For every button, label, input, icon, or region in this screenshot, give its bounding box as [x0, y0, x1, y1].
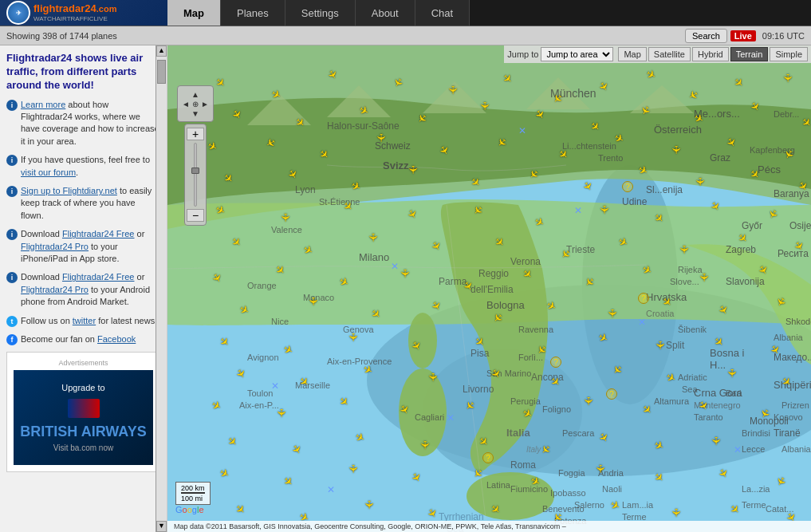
svg-text:Parma: Parma — [439, 276, 467, 287]
map-type-map-button[interactable]: Map — [618, 47, 646, 61]
pan-control[interactable]: ▲ ◄ ⊕ ► ▼ — [177, 85, 214, 122]
svg-text:Nice: Nice — [271, 317, 289, 326]
svg-text:Halon-sur-Saône: Halon-sur-Saône — [327, 120, 400, 132]
forum-link[interactable]: visit our forum — [21, 167, 76, 177]
advertisement: Advertisements Upgrade to BRITISH AIRWAY… — [6, 352, 160, 472]
svg-text:Zagreb: Zagreb — [726, 244, 756, 255]
svg-text:Šibenik: Šibenik — [678, 325, 707, 334]
svg-text:Montenegro: Montenegro — [694, 400, 741, 410]
sidebar-scrollbar: ▲ ▼ — [156, 45, 167, 532]
fr24-free-android-link[interactable]: Flightradar24 Free — [62, 272, 135, 282]
info-icon-2: i — [6, 155, 18, 166]
pan-w[interactable]: ◄ — [181, 99, 191, 108]
pan-ne — [200, 89, 210, 99]
svg-text:Trento: Trento — [598, 153, 623, 163]
info-icon-3: i — [6, 186, 18, 197]
pan-sw — [181, 108, 191, 118]
ad-upgrade-text: Upgrade to — [20, 383, 147, 392]
scroll-down-button[interactable]: ▼ — [156, 521, 167, 532]
pan-arrows: ▲ ◄ ⊕ ► ▼ — [181, 89, 210, 118]
zoom-track[interactable] — [194, 143, 197, 207]
svg-text:Svizz...: Svizz... — [383, 160, 417, 171]
logo-subtitle: WATCHAIRTRAFFICLIVE — [33, 15, 116, 22]
svg-text:dell'Emilia: dell'Emilia — [470, 284, 514, 295]
tab-planes[interactable]: Planes — [221, 0, 285, 26]
svg-text:Reggio: Reggio — [478, 268, 509, 279]
fr24-pro-android-link[interactable]: Flightradar24 Pro — [21, 285, 89, 294]
svg-text:Lecce: Lecce — [742, 444, 765, 454]
sidebar-text-3: Sign up to Flightdiary.net to easily kee… — [21, 185, 160, 222]
scale-bar: 200 km 100 mi — [175, 482, 211, 505]
map-type-satellite-button[interactable]: Satellite — [648, 47, 691, 61]
svg-text:Latina: Latina — [486, 480, 511, 490]
facebook-link[interactable]: Facebook — [97, 334, 136, 344]
sidebar-text-2: If you have questions, feel free to visi… — [21, 154, 160, 179]
tab-settings[interactable]: Settings — [285, 0, 356, 26]
info-icon-5: i — [6, 272, 18, 283]
svg-text:Rijeka: Rijeka — [678, 265, 703, 274]
svg-text:Debr...: Debr... — [774, 109, 799, 119]
learn-more-link[interactable]: Learn more — [21, 100, 65, 109]
sidebar-text-7: Become our fan on Facebook — [21, 333, 136, 345]
sidebar-item: f Become our fan on Facebook — [6, 333, 160, 345]
svg-text:Orange: Orange — [247, 281, 277, 290]
logo-radar: radar24 — [59, 2, 96, 14]
svg-text:La...zia: La...zia — [742, 484, 770, 494]
svg-text:Italy: Italy — [526, 445, 541, 454]
jump-to-select[interactable]: Jump to area — [541, 47, 613, 61]
map-type-terrain-button[interactable]: Terrain — [730, 47, 769, 61]
info-icon-4: i — [6, 229, 18, 240]
map-type-simple-button[interactable]: Simple — [770, 47, 808, 61]
svg-text:Baranya: Baranya — [774, 188, 809, 199]
facebook-icon: f — [6, 334, 18, 345]
pan-e[interactable]: ► — [200, 99, 210, 108]
map-type-hybrid-button[interactable]: Hybrid — [692, 47, 729, 61]
map-background: München Österreich Schweiz Svizz... Halo… — [167, 45, 811, 532]
fr24-free-ios-link[interactable]: Flightradar24 Free — [62, 229, 135, 238]
svg-text:Perugia: Perugia — [510, 396, 541, 406]
pan-center: ⊕ — [191, 99, 200, 108]
pan-s[interactable]: ▼ — [191, 108, 200, 118]
map-scale: 200 km 100 mi Google — [175, 482, 211, 514]
svg-text:Bari: Bari — [726, 388, 742, 398]
ad-content[interactable]: Upgrade to BRITISH AIRWAYS Visit ba.com … — [14, 370, 153, 465]
svg-text:Lyon: Lyon — [295, 184, 316, 195]
scale-100mi: 100 mi — [181, 495, 205, 502]
scale-200km: 200 km — [181, 484, 205, 494]
zoom-out-button[interactable]: − — [187, 209, 204, 222]
plane-count: Showing 398 of 1744 planes — [6, 31, 685, 41]
svg-text:Tiranë: Tiranë — [774, 428, 801, 439]
svg-text:Pécs: Pécs — [758, 164, 781, 175]
flightdiary-link[interactable]: Sign up to Flightdiary.net — [21, 186, 117, 195]
google-logo: Google — [175, 505, 211, 514]
map-container[interactable]: Jump to Jump to area Map Satellite Hybri… — [167, 45, 811, 532]
pan-n[interactable]: ▲ — [191, 89, 200, 99]
search-button[interactable]: Search — [685, 29, 727, 43]
svg-text:Split: Split — [666, 340, 685, 351]
pan-se — [200, 108, 210, 118]
tab-map[interactable]: Map — [167, 0, 221, 26]
scroll-thumb[interactable] — [157, 60, 166, 84]
zoom-handle[interactable] — [191, 167, 199, 174]
sidebar-text-6: Follow us on twitter for latest news. — [21, 315, 157, 327]
tab-chat[interactable]: Chat — [415, 0, 470, 26]
logo-flight: flight — [33, 2, 59, 14]
svg-text:Albania: Albania — [774, 333, 804, 342]
svg-text:Toulon: Toulon — [247, 388, 273, 398]
svg-text:Altamura: Altamura — [654, 396, 690, 406]
scroll-up-button[interactable]: ▲ — [156, 45, 167, 57]
svg-text:Bologna: Bologna — [486, 299, 525, 311]
svg-text:Genova: Genova — [343, 325, 374, 334]
svg-text:Milano: Milano — [359, 251, 389, 263]
fr24-pro-ios-link[interactable]: Flightradar24 Pro — [21, 242, 89, 251]
zoom-in-button[interactable]: + — [187, 128, 204, 140]
info-icon: i — [6, 100, 18, 111]
svg-text:Győr: Győr — [742, 220, 762, 231]
svg-text:Monaco: Monaco — [303, 293, 334, 302]
svg-text:Österreich: Österreich — [654, 124, 702, 136]
zoom-slider: + − — [184, 124, 207, 226]
svg-point-7 — [408, 313, 437, 368]
sidebar: Flightradar24 shows live air traffic, fr… — [0, 45, 167, 532]
twitter-link[interactable]: twitter — [73, 316, 96, 325]
tab-about[interactable]: About — [356, 0, 415, 26]
